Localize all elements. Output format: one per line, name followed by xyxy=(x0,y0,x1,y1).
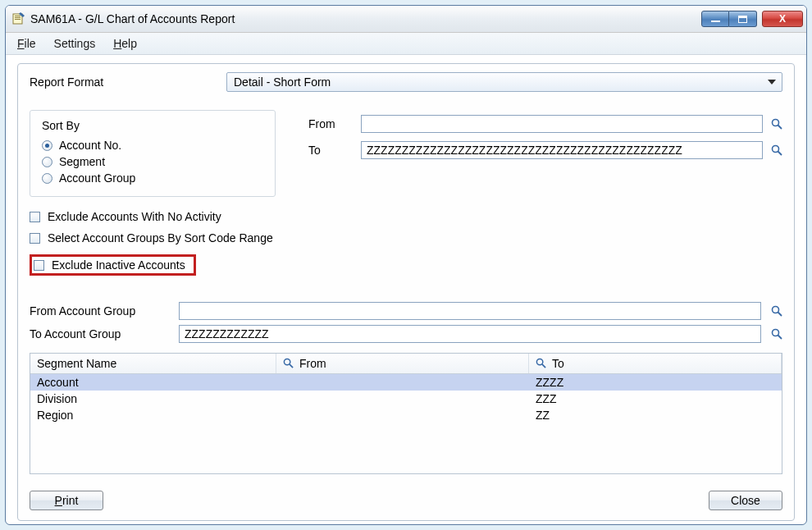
radio-icon xyxy=(42,157,52,167)
window-controls: X xyxy=(701,11,803,27)
close-button[interactable]: Close xyxy=(709,491,782,510)
checkbox-icon xyxy=(34,260,44,271)
to-account-group-label: To Account Group xyxy=(30,327,169,340)
to-input[interactable] xyxy=(361,141,763,159)
from-account-group-input[interactable] xyxy=(179,302,761,320)
minimize-button[interactable] xyxy=(701,11,729,27)
table-row[interactable]: AccountZZZZ xyxy=(30,374,782,391)
radio-label: Account No. xyxy=(59,139,121,152)
exclude-inactive-checkbox[interactable]: Exclude Inactive Accounts xyxy=(34,258,185,272)
svg-point-4 xyxy=(773,120,779,126)
cell-segment: Division xyxy=(30,392,276,405)
table-row[interactable]: RegionZZ xyxy=(30,407,782,423)
sort-by-segment[interactable]: Segment xyxy=(42,155,263,168)
radio-icon xyxy=(42,140,52,151)
search-icon[interactable] xyxy=(771,118,782,130)
cell-segment: Region xyxy=(30,409,276,422)
svg-line-9 xyxy=(778,313,782,317)
report-format-value: Detail - Short Form xyxy=(234,75,331,89)
exclude-no-activity-checkbox[interactable]: Exclude Accounts With No Activity xyxy=(30,210,782,223)
sort-by-account-no[interactable]: Account No. xyxy=(42,139,263,152)
svg-rect-2 xyxy=(15,17,21,18)
svg-point-12 xyxy=(284,359,290,364)
radio-label: Account Group xyxy=(59,171,135,185)
checkbox-label: Exclude Inactive Accounts xyxy=(52,258,185,272)
col-from[interactable]: From xyxy=(276,354,529,373)
search-icon[interactable] xyxy=(771,144,782,156)
maximize-button[interactable] xyxy=(729,11,757,27)
svg-rect-1 xyxy=(15,16,21,16)
range-group: From To xyxy=(308,115,782,159)
radio-label: Segment xyxy=(59,155,105,168)
window-title: SAM61A - G/L Chart of Accounts Report xyxy=(30,12,701,25)
col-to[interactable]: To xyxy=(529,354,782,373)
segment-table: Segment Name From To xyxy=(30,353,782,474)
app-window: SAM61A - G/L Chart of Accounts Report X … xyxy=(5,5,807,525)
svg-line-11 xyxy=(778,336,782,340)
radio-icon xyxy=(42,173,52,184)
col-segment-name[interactable]: Segment Name xyxy=(30,354,276,373)
search-icon[interactable] xyxy=(771,328,782,340)
to-account-group-input[interactable] xyxy=(179,325,761,343)
svg-line-15 xyxy=(542,364,545,368)
cell-to: ZZZZ xyxy=(529,376,782,389)
menu-bar: File Settings Help xyxy=(6,33,806,55)
report-format-label: Report Format xyxy=(30,75,202,89)
svg-line-13 xyxy=(290,364,293,368)
select-by-sort-code-checkbox[interactable]: Select Account Groups By Sort Code Range xyxy=(30,231,782,244)
search-icon xyxy=(283,358,294,369)
title-bar: SAM61A - G/L Chart of Accounts Report X xyxy=(6,6,806,33)
svg-point-6 xyxy=(773,146,779,153)
menu-settings[interactable]: Settings xyxy=(54,37,96,50)
sort-by-label: Sort By xyxy=(42,119,263,132)
app-icon xyxy=(12,12,25,25)
svg-point-10 xyxy=(773,330,779,336)
table-body: AccountZZZZDivisionZZZRegionZZ xyxy=(30,374,782,423)
cell-to: ZZ xyxy=(529,409,782,422)
checkbox-label: Exclude Accounts With No Activity xyxy=(48,210,221,223)
from-account-group-label: From Account Group xyxy=(30,304,169,318)
from-input[interactable] xyxy=(361,115,763,133)
chevron-down-icon xyxy=(768,80,776,85)
sort-by-group: Sort By Account No. Segment Account Grou… xyxy=(30,110,276,197)
menu-help[interactable]: Help xyxy=(113,37,137,50)
svg-line-7 xyxy=(778,152,782,156)
checkbox-icon xyxy=(30,212,40,222)
to-label: To xyxy=(308,144,353,157)
cell-to: ZZZ xyxy=(529,392,782,405)
table-row[interactable]: DivisionZZZ xyxy=(30,391,782,407)
menu-file[interactable]: File xyxy=(17,37,36,50)
svg-point-14 xyxy=(536,359,542,364)
highlight-frame: Exclude Inactive Accounts xyxy=(30,254,196,276)
footer: Print Close xyxy=(30,482,782,510)
cell-segment: Account xyxy=(30,376,276,389)
close-window-button[interactable]: X xyxy=(762,11,803,27)
checkbox-icon xyxy=(30,233,40,244)
svg-rect-3 xyxy=(15,19,21,20)
search-icon[interactable] xyxy=(771,305,782,317)
search-icon xyxy=(536,358,547,369)
from-label: From xyxy=(308,117,353,130)
sort-by-account-group[interactable]: Account Group xyxy=(42,171,263,185)
report-format-combo[interactable]: Detail - Short Form xyxy=(226,72,782,92)
svg-point-8 xyxy=(773,307,779,313)
form-panel: Report Format Detail - Short Form Sort B… xyxy=(17,63,795,521)
svg-line-5 xyxy=(778,126,782,130)
checkbox-label: Select Account Groups By Sort Code Range xyxy=(48,231,273,244)
table-header: Segment Name From To xyxy=(30,354,782,374)
client-area: Report Format Detail - Short Form Sort B… xyxy=(6,55,806,524)
print-button[interactable]: Print xyxy=(30,491,103,510)
